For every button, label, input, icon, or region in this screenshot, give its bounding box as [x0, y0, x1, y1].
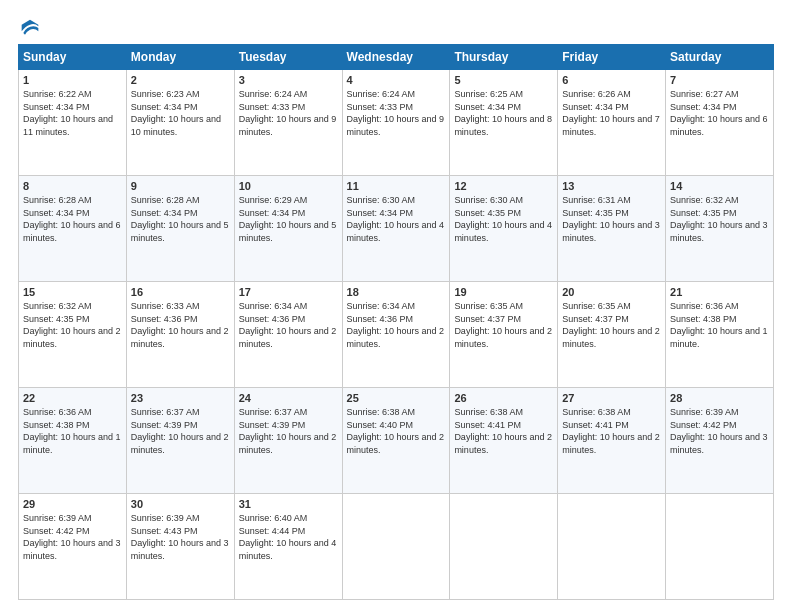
calendar-cell: 4 Sunrise: 6:24 AM Sunset: 4:33 PM Dayli…	[342, 70, 450, 176]
day-info: Sunrise: 6:28 AM Sunset: 4:34 PM Dayligh…	[131, 194, 230, 244]
day-number: 24	[239, 392, 338, 404]
day-info: Sunrise: 6:39 AM Sunset: 4:42 PM Dayligh…	[670, 406, 769, 456]
col-monday: Monday	[126, 45, 234, 70]
day-number: 14	[670, 180, 769, 192]
day-info: Sunrise: 6:37 AM Sunset: 4:39 PM Dayligh…	[239, 406, 338, 456]
day-info: Sunrise: 6:34 AM Sunset: 4:36 PM Dayligh…	[239, 300, 338, 350]
calendar-cell: 6 Sunrise: 6:26 AM Sunset: 4:34 PM Dayli…	[558, 70, 666, 176]
col-saturday: Saturday	[666, 45, 774, 70]
calendar-cell: 25 Sunrise: 6:38 AM Sunset: 4:40 PM Dayl…	[342, 388, 450, 494]
calendar-cell: 14 Sunrise: 6:32 AM Sunset: 4:35 PM Dayl…	[666, 176, 774, 282]
day-info: Sunrise: 6:23 AM Sunset: 4:34 PM Dayligh…	[131, 88, 230, 138]
day-number: 27	[562, 392, 661, 404]
day-number: 16	[131, 286, 230, 298]
calendar-cell: 27 Sunrise: 6:38 AM Sunset: 4:41 PM Dayl…	[558, 388, 666, 494]
calendar-cell: 12 Sunrise: 6:30 AM Sunset: 4:35 PM Dayl…	[450, 176, 558, 282]
day-number: 1	[23, 74, 122, 86]
calendar-cell: 16 Sunrise: 6:33 AM Sunset: 4:36 PM Dayl…	[126, 282, 234, 388]
calendar-cell: 13 Sunrise: 6:31 AM Sunset: 4:35 PM Dayl…	[558, 176, 666, 282]
day-number: 25	[347, 392, 446, 404]
calendar-cell: 10 Sunrise: 6:29 AM Sunset: 4:34 PM Dayl…	[234, 176, 342, 282]
day-number: 29	[23, 498, 122, 510]
page: Sunday Monday Tuesday Wednesday Thursday…	[0, 0, 792, 612]
calendar-week-row: 8 Sunrise: 6:28 AM Sunset: 4:34 PM Dayli…	[19, 176, 774, 282]
day-number: 15	[23, 286, 122, 298]
day-number: 9	[131, 180, 230, 192]
calendar-cell: 9 Sunrise: 6:28 AM Sunset: 4:34 PM Dayli…	[126, 176, 234, 282]
day-number: 20	[562, 286, 661, 298]
day-number: 23	[131, 392, 230, 404]
calendar-cell: 31 Sunrise: 6:40 AM Sunset: 4:44 PM Dayl…	[234, 494, 342, 600]
calendar-cell: 17 Sunrise: 6:34 AM Sunset: 4:36 PM Dayl…	[234, 282, 342, 388]
calendar-cell: 1 Sunrise: 6:22 AM Sunset: 4:34 PM Dayli…	[19, 70, 127, 176]
logo	[18, 18, 40, 34]
day-number: 19	[454, 286, 553, 298]
day-info: Sunrise: 6:36 AM Sunset: 4:38 PM Dayligh…	[670, 300, 769, 350]
day-number: 3	[239, 74, 338, 86]
col-tuesday: Tuesday	[234, 45, 342, 70]
day-number: 5	[454, 74, 553, 86]
calendar-cell: 24 Sunrise: 6:37 AM Sunset: 4:39 PM Dayl…	[234, 388, 342, 494]
day-number: 7	[670, 74, 769, 86]
day-info: Sunrise: 6:39 AM Sunset: 4:43 PM Dayligh…	[131, 512, 230, 562]
calendar-cell: 7 Sunrise: 6:27 AM Sunset: 4:34 PM Dayli…	[666, 70, 774, 176]
day-info: Sunrise: 6:36 AM Sunset: 4:38 PM Dayligh…	[23, 406, 122, 456]
day-info: Sunrise: 6:30 AM Sunset: 4:35 PM Dayligh…	[454, 194, 553, 244]
calendar-cell: 22 Sunrise: 6:36 AM Sunset: 4:38 PM Dayl…	[19, 388, 127, 494]
day-number: 13	[562, 180, 661, 192]
day-number: 4	[347, 74, 446, 86]
day-number: 10	[239, 180, 338, 192]
day-info: Sunrise: 6:35 AM Sunset: 4:37 PM Dayligh…	[562, 300, 661, 350]
day-info: Sunrise: 6:25 AM Sunset: 4:34 PM Dayligh…	[454, 88, 553, 138]
day-info: Sunrise: 6:22 AM Sunset: 4:34 PM Dayligh…	[23, 88, 122, 138]
day-number: 18	[347, 286, 446, 298]
calendar-week-row: 22 Sunrise: 6:36 AM Sunset: 4:38 PM Dayl…	[19, 388, 774, 494]
calendar-cell: 21 Sunrise: 6:36 AM Sunset: 4:38 PM Dayl…	[666, 282, 774, 388]
day-info: Sunrise: 6:35 AM Sunset: 4:37 PM Dayligh…	[454, 300, 553, 350]
day-info: Sunrise: 6:27 AM Sunset: 4:34 PM Dayligh…	[670, 88, 769, 138]
col-thursday: Thursday	[450, 45, 558, 70]
day-number: 2	[131, 74, 230, 86]
day-info: Sunrise: 6:26 AM Sunset: 4:34 PM Dayligh…	[562, 88, 661, 138]
calendar-cell	[558, 494, 666, 600]
calendar-cell: 29 Sunrise: 6:39 AM Sunset: 4:42 PM Dayl…	[19, 494, 127, 600]
calendar-cell: 28 Sunrise: 6:39 AM Sunset: 4:42 PM Dayl…	[666, 388, 774, 494]
calendar-cell: 18 Sunrise: 6:34 AM Sunset: 4:36 PM Dayl…	[342, 282, 450, 388]
day-info: Sunrise: 6:33 AM Sunset: 4:36 PM Dayligh…	[131, 300, 230, 350]
calendar-cell: 23 Sunrise: 6:37 AM Sunset: 4:39 PM Dayl…	[126, 388, 234, 494]
col-friday: Friday	[558, 45, 666, 70]
header	[18, 18, 774, 34]
calendar-cell: 8 Sunrise: 6:28 AM Sunset: 4:34 PM Dayli…	[19, 176, 127, 282]
day-info: Sunrise: 6:38 AM Sunset: 4:41 PM Dayligh…	[454, 406, 553, 456]
calendar-week-row: 1 Sunrise: 6:22 AM Sunset: 4:34 PM Dayli…	[19, 70, 774, 176]
calendar-week-row: 29 Sunrise: 6:39 AM Sunset: 4:42 PM Dayl…	[19, 494, 774, 600]
day-info: Sunrise: 6:39 AM Sunset: 4:42 PM Dayligh…	[23, 512, 122, 562]
day-info: Sunrise: 6:29 AM Sunset: 4:34 PM Dayligh…	[239, 194, 338, 244]
logo-icon	[20, 18, 40, 38]
col-sunday: Sunday	[19, 45, 127, 70]
calendar-cell: 20 Sunrise: 6:35 AM Sunset: 4:37 PM Dayl…	[558, 282, 666, 388]
day-info: Sunrise: 6:30 AM Sunset: 4:34 PM Dayligh…	[347, 194, 446, 244]
calendar-cell: 3 Sunrise: 6:24 AM Sunset: 4:33 PM Dayli…	[234, 70, 342, 176]
calendar-cell: 26 Sunrise: 6:38 AM Sunset: 4:41 PM Dayl…	[450, 388, 558, 494]
day-info: Sunrise: 6:24 AM Sunset: 4:33 PM Dayligh…	[347, 88, 446, 138]
day-number: 12	[454, 180, 553, 192]
calendar-cell: 2 Sunrise: 6:23 AM Sunset: 4:34 PM Dayli…	[126, 70, 234, 176]
day-number: 30	[131, 498, 230, 510]
day-number: 6	[562, 74, 661, 86]
calendar-table: Sunday Monday Tuesday Wednesday Thursday…	[18, 44, 774, 600]
day-info: Sunrise: 6:32 AM Sunset: 4:35 PM Dayligh…	[23, 300, 122, 350]
day-info: Sunrise: 6:34 AM Sunset: 4:36 PM Dayligh…	[347, 300, 446, 350]
day-number: 31	[239, 498, 338, 510]
day-info: Sunrise: 6:38 AM Sunset: 4:41 PM Dayligh…	[562, 406, 661, 456]
day-number: 17	[239, 286, 338, 298]
day-number: 22	[23, 392, 122, 404]
calendar-cell: 15 Sunrise: 6:32 AM Sunset: 4:35 PM Dayl…	[19, 282, 127, 388]
day-info: Sunrise: 6:28 AM Sunset: 4:34 PM Dayligh…	[23, 194, 122, 244]
day-info: Sunrise: 6:38 AM Sunset: 4:40 PM Dayligh…	[347, 406, 446, 456]
calendar-cell	[342, 494, 450, 600]
day-info: Sunrise: 6:32 AM Sunset: 4:35 PM Dayligh…	[670, 194, 769, 244]
day-info: Sunrise: 6:37 AM Sunset: 4:39 PM Dayligh…	[131, 406, 230, 456]
calendar-cell	[666, 494, 774, 600]
calendar-cell: 30 Sunrise: 6:39 AM Sunset: 4:43 PM Dayl…	[126, 494, 234, 600]
